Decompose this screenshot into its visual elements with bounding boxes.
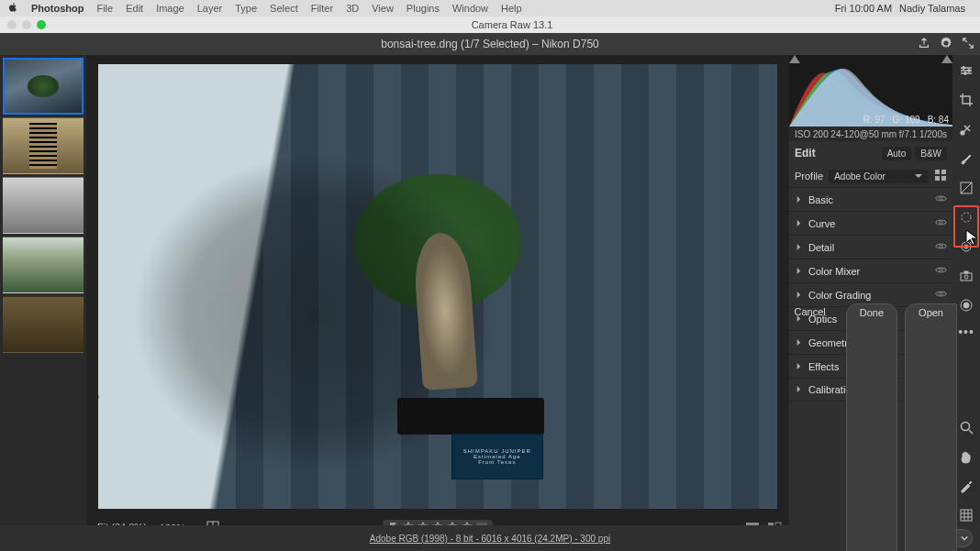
preview-image: SHIMPAKU JUNIPER Estimated Age From Texa… [98,64,777,509]
svg-point-15 [940,269,942,271]
fullscreen-icon[interactable] [962,37,974,51]
svg-point-13 [940,221,942,224]
profile-browser-icon[interactable] [934,169,947,183]
menu-view[interactable]: View [372,3,394,14]
menu-edit[interactable]: Edit [126,3,143,14]
histogram[interactable]: R: 97 G: 109 B: 84 [789,55,952,127]
svg-point-26 [962,213,971,222]
menu-plugins[interactable]: Plugins [406,3,440,14]
svg-point-22 [968,70,971,72]
window-controls[interactable] [7,20,46,29]
menu-3d[interactable]: 3D [346,3,359,14]
window-title: Camera Raw 13.1 [51,19,973,30]
export-icon[interactable] [918,37,930,51]
menu-window[interactable]: Window [452,3,488,14]
gear-icon[interactable] [940,37,952,51]
minimize-button[interactable] [22,20,31,29]
profile-select[interactable]: Adobe Color [829,170,929,183]
thumbnail-4[interactable] [3,237,84,293]
done-button[interactable]: Done [846,303,897,552]
panel-basic[interactable]: Basic [789,187,952,211]
redeye-tool-icon[interactable] [956,237,976,257]
svg-point-28 [964,245,968,248]
open-button[interactable]: Open [905,303,957,552]
cancel-button[interactable]: Cancel [782,303,839,552]
gradient-tool-icon[interactable] [956,178,976,198]
close-button[interactable] [7,20,17,29]
chevron-right-icon [795,266,803,277]
menu-type[interactable]: Type [235,3,257,14]
profile-label: Profile [795,171,823,182]
maximize-button[interactable] [37,20,46,29]
ruler-marker [98,394,99,400]
svg-point-23 [964,72,967,75]
svg-rect-10 [935,176,940,181]
svg-point-12 [940,197,942,200]
apple-icon [7,2,18,15]
auto-button[interactable]: Auto [882,147,912,160]
menu-filter[interactable]: Filter [311,3,333,14]
svg-point-31 [964,275,968,279]
eye-icon[interactable] [935,193,947,206]
histogram-rgb-readout: R: 97 G: 109 B: 84 [863,115,949,125]
thumbnail-2[interactable] [3,117,84,174]
svg-rect-30 [964,271,968,273]
bottom-bar: Adobe RGB (1998) - 8 bit - 6016 x 4016 (… [0,525,980,551]
file-info-text: bonsai-tree.dng (1/7 Selected) – Nikon D… [0,38,980,50]
svg-rect-29 [961,273,972,281]
svg-point-16 [940,292,942,295]
eye-icon[interactable] [935,216,947,230]
svg-rect-24 [961,131,964,135]
panel-detail[interactable]: Detail [789,235,952,259]
svg-rect-9 [941,170,946,174]
menubar-right: Fri 10:00 AM Nadiy Talamas [835,3,973,14]
svg-point-14 [940,245,942,248]
macos-menubar: Photoshop File Edit Image Layer Type Sel… [0,0,980,17]
chevron-right-icon [795,242,803,253]
eye-icon[interactable] [935,264,947,278]
open-menu-chevron-icon[interactable] [957,529,973,547]
image-canvas[interactable]: SHIMPAKU JUNIPER Estimated Age From Texa… [86,55,789,518]
menu-image[interactable]: Image [156,3,184,14]
healing-tool-icon[interactable] [956,119,976,139]
image-plaque: SHIMPAKU JUNIPER Estimated Age From Texa… [451,434,543,479]
snapshot-tool-icon[interactable] [956,266,976,286]
svg-rect-8 [935,170,940,174]
exif-readout: ISO 20024-120@50 mmf/7.11/200s [789,127,952,141]
svg-rect-11 [941,176,946,181]
menubar-user: Nadiy Talamas [899,3,965,14]
menubar-app-name[interactable]: Photoshop [31,3,84,14]
bw-button[interactable]: B&W [915,147,947,160]
svg-point-21 [963,67,965,70]
file-info-bar: bonsai-tree.dng (1/7 Selected) – Nikon D… [0,33,980,55]
camera-raw-titlebar: Camera Raw 13.1 [0,17,980,33]
menu-file[interactable]: File [96,3,113,14]
thumbnail-5[interactable] [3,296,84,353]
crop-tool-icon[interactable] [956,90,976,110]
panel-curve[interactable]: Curve [789,211,952,235]
menu-help[interactable]: Help [501,3,522,14]
image-info-link[interactable]: Adobe RGB (1998) - 8 bit - 6016 x 4016 (… [370,534,610,544]
edit-label: Edit [795,147,816,160]
filmstrip[interactable] [0,55,86,525]
edit-tool-icon[interactable] [956,61,976,81]
menubar-clock: Fri 10:00 AM [835,3,892,14]
eye-icon[interactable] [935,240,947,254]
thumbnail-1[interactable] [3,58,84,115]
brush-tool-icon[interactable] [956,149,976,169]
chevron-right-icon [795,218,803,229]
chevron-right-icon [795,290,803,301]
thumbnail-3[interactable] [3,177,84,234]
radial-tool-icon[interactable] [956,207,976,227]
menu-layer[interactable]: Layer [197,3,223,14]
menu-select[interactable]: Select [270,3,298,14]
panel-color-mixer[interactable]: Color Mixer [789,259,952,282]
eye-icon[interactable] [935,288,947,302]
chevron-right-icon [795,194,803,205]
